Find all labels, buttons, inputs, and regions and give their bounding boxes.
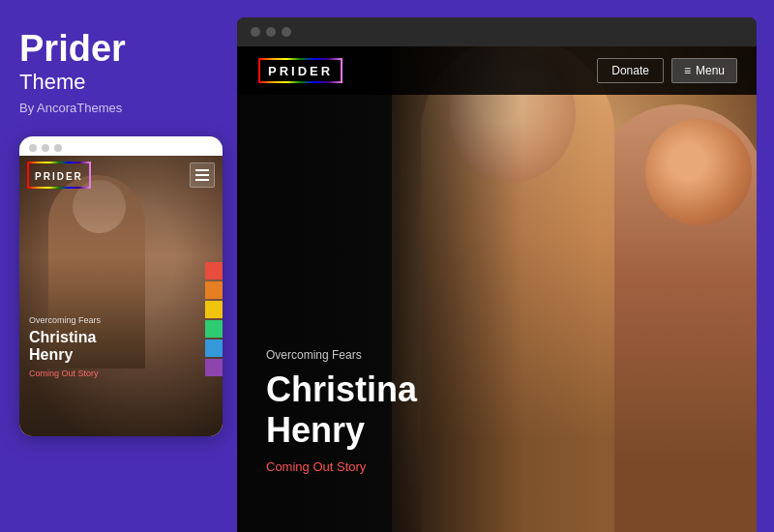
donate-button[interactable]: Donate <box>597 58 664 83</box>
ham-line-1 <box>195 169 209 171</box>
mobile-mockup: PRIDER Overcoming Fears Christina Henry <box>19 136 223 436</box>
mobile-dot-2 <box>42 144 49 152</box>
mobile-bar-blue <box>205 340 223 357</box>
desktop-nav-right: Donate ≡ Menu <box>597 58 737 83</box>
desktop-window-dots <box>237 17 757 46</box>
mobile-logo-text: PRIDER <box>35 171 83 182</box>
ham-line-3 <box>195 179 209 181</box>
mobile-category: Overcoming Fears <box>29 315 184 325</box>
ham-line-2 <box>195 174 209 176</box>
menu-button[interactable]: ≡ Menu <box>671 58 737 83</box>
desktop-content-area: PRIDER Donate ≡ Menu Overcoming Fears Ch… <box>237 46 757 532</box>
mobile-name-line2: Henry <box>29 346 73 363</box>
mobile-logo-box: PRIDER <box>27 162 91 189</box>
mobile-window-dots <box>19 136 223 156</box>
mobile-name-line1: Christina <box>29 329 96 345</box>
brand-section: Prider Theme By AncoraThemes <box>19 29 218 115</box>
menu-label: Menu <box>696 64 725 77</box>
brand-subtitle: Theme <box>19 70 218 95</box>
mobile-bar-red <box>205 262 223 280</box>
mobile-color-bars <box>205 262 223 376</box>
desktop-logo-text: PRIDER <box>268 64 333 78</box>
desktop-category: Overcoming Fears <box>266 348 417 362</box>
mobile-bar-orange <box>205 281 223 299</box>
menu-icon: ≡ <box>684 64 691 77</box>
brand-title: Prider <box>19 29 218 70</box>
mobile-hamburger-button[interactable] <box>190 163 215 188</box>
mobile-content: Overcoming Fears Christina Henry Coming … <box>29 315 184 378</box>
desktop-nav: PRIDER Donate ≡ Menu <box>237 46 757 95</box>
mobile-bar-green <box>205 320 223 338</box>
desktop-logo-box: PRIDER <box>256 56 344 85</box>
mobile-dot-1 <box>29 144 37 152</box>
desktop-dot-2 <box>266 27 276 37</box>
desktop-mockup: PRIDER Donate ≡ Menu Overcoming Fears Ch… <box>237 17 757 532</box>
desktop-name-line1: Christina <box>266 369 417 409</box>
left-panel: Prider Theme By AncoraThemes PRIDER <box>0 0 237 532</box>
desktop-dot-1 <box>251 27 260 37</box>
mobile-nav: PRIDER <box>19 158 223 192</box>
mobile-bar-yellow <box>205 301 223 318</box>
desktop-dot-3 <box>282 27 291 37</box>
mobile-bar-purple <box>205 359 223 376</box>
desktop-name: Christina Henry <box>266 369 417 450</box>
mobile-tag: Coming Out Story <box>29 369 184 378</box>
desktop-name-line2: Henry <box>266 410 365 450</box>
desktop-text-overlay: Overcoming Fears Christina Henry Coming … <box>266 348 417 474</box>
desktop-tag: Coming Out Story <box>266 459 417 474</box>
mobile-name: Christina Henry <box>29 329 184 365</box>
brand-author: By AncoraThemes <box>19 101 218 115</box>
mobile-dot-3 <box>54 144 62 152</box>
